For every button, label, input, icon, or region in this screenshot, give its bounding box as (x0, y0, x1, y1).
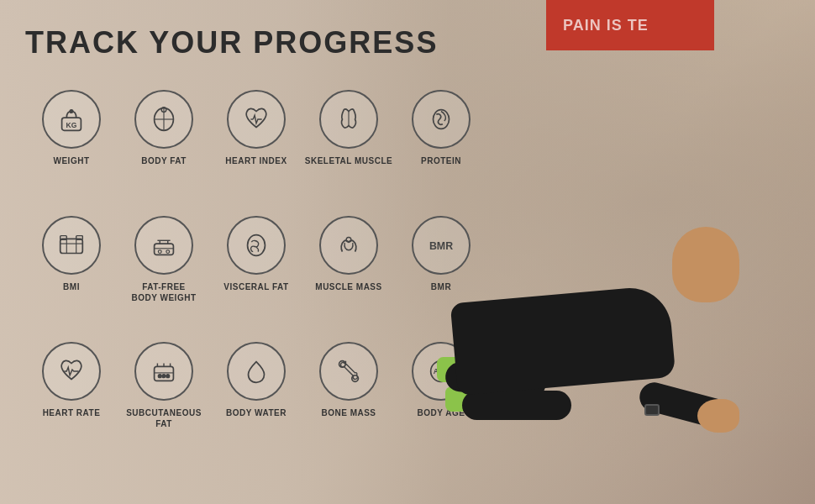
weight-icon: KG (55, 103, 87, 135)
bone-mass-label: BONE MASS (321, 407, 376, 418)
subcutaneous-fat-icon (148, 355, 180, 387)
svg-rect-13 (60, 236, 67, 240)
svg-point-2 (70, 110, 73, 113)
bmi-icon-circle (42, 216, 101, 275)
body-water-icon (240, 355, 272, 387)
svg-point-26 (162, 375, 166, 378)
subcutaneous-fat-icon-circle (134, 342, 193, 401)
icon-item-visceral-fat: VISCERAL FAT (210, 212, 302, 338)
svg-text:KG: KG (66, 121, 77, 129)
icon-item-weight: KG WEIGHT (25, 86, 118, 212)
svg-rect-15 (155, 244, 174, 255)
weight-icon-circle: KG (42, 90, 101, 149)
body-fat-icon (148, 103, 180, 135)
icon-item-subcutaneous-fat: SUBCUTANEOUSFAT (118, 338, 210, 464)
icon-item-heart-rate: HEART RATE (25, 338, 118, 464)
athlete-head (672, 227, 739, 302)
svg-point-20 (248, 235, 266, 256)
heart-rate-label: HEART RATE (43, 407, 101, 418)
body-water-label: BODY WATER (226, 407, 287, 418)
svg-point-17 (158, 250, 161, 254)
svg-rect-23 (155, 366, 174, 381)
subcutaneous-fat-label: SUBCUTANEOUSFAT (126, 407, 202, 429)
icon-item-body-fat: BODY FAT (118, 86, 210, 212)
bone-mass-icon-circle (319, 342, 378, 401)
weight-label: WEIGHT (54, 155, 90, 166)
visceral-fat-icon-circle (227, 216, 286, 275)
watch (644, 404, 660, 416)
body-water-icon-circle (227, 342, 286, 401)
svg-point-18 (166, 250, 170, 254)
torso (450, 285, 676, 396)
svg-rect-14 (76, 236, 83, 240)
visceral-fat-icon (240, 229, 272, 261)
visceral-fat-label: VISCERAL FAT (223, 281, 288, 292)
muscle-mass-icon (333, 229, 365, 261)
right-leg (462, 391, 571, 420)
body-fat-icon-circle (134, 90, 193, 149)
athlete-body (454, 311, 739, 420)
bone-mass-icon (333, 355, 365, 387)
icon-item-muscle-mass: MUSCLE MASS (302, 212, 395, 338)
fat-free-icon-circle (134, 216, 193, 275)
icon-item-body-water: BODY WATER (210, 338, 302, 464)
heart-rate-icon-circle (42, 342, 101, 401)
heart-index-icon-circle (227, 90, 286, 149)
icon-item-skeletal-muscle: SKELETAL MUSCLE (302, 86, 395, 212)
bmi-icon (55, 229, 87, 261)
skeletal-muscle-icon-circle (319, 90, 378, 149)
heart-index-icon (240, 103, 272, 135)
body-fat-label: BODY FAT (141, 155, 187, 166)
skeletal-muscle-icon (333, 103, 365, 135)
icon-item-bmi: BMI (25, 212, 118, 338)
bmi-label: BMI (63, 281, 80, 292)
athlete-area: .athlete-silhouette { position: absolute… (395, 42, 815, 504)
athlete-silhouette (437, 50, 790, 487)
right-hand (697, 399, 739, 433)
svg-rect-9 (60, 239, 83, 253)
svg-point-27 (166, 375, 170, 378)
svg-point-25 (158, 375, 161, 378)
skeletal-muscle-label: SKELETAL MUSCLE (305, 155, 392, 166)
heart-index-label: HEART INDEX (225, 155, 287, 166)
heart-rate-icon (55, 355, 87, 387)
icon-item-heart-index: HEART INDEX (210, 86, 302, 212)
fat-free-body-weight-label: FAT-FREEBODY WEIGHT (132, 281, 197, 303)
muscle-mass-icon-circle (319, 216, 378, 275)
icon-item-bone-mass: BONE MASS (302, 338, 395, 464)
muscle-mass-label: MUSCLE MASS (315, 281, 381, 292)
fat-free-icon (148, 229, 180, 261)
icon-item-fat-free-body-weight: FAT-FREEBODY WEIGHT (118, 212, 210, 338)
